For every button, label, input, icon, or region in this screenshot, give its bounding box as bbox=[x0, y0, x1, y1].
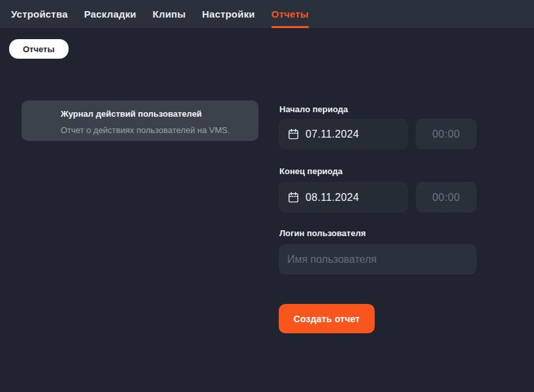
create-report-button-label: Создать отчет bbox=[294, 314, 360, 324]
period-start-label: Начало периода bbox=[279, 104, 348, 115]
nav-tab-settings[interactable]: Настройки bbox=[202, 0, 255, 28]
period-end-row bbox=[279, 182, 477, 213]
nav-tab-label: Настройки bbox=[202, 8, 255, 20]
nav-tab-label: Устройства bbox=[11, 8, 68, 20]
end-time-input[interactable] bbox=[416, 182, 477, 213]
breadcrumb-chip-reports[interactable]: Отчеты bbox=[9, 39, 69, 59]
nav-tab-reports[interactable]: Отчеты bbox=[272, 0, 309, 28]
user-login-label: Логин пользователя bbox=[279, 228, 366, 239]
nav-tab-label: Клипы bbox=[153, 8, 186, 20]
nav-tab-label: Отчеты bbox=[272, 8, 309, 20]
nav-tab-label: Раскладки bbox=[84, 8, 136, 20]
start-date-field[interactable] bbox=[279, 119, 408, 149]
nav-tab-clips[interactable]: Клипы bbox=[153, 0, 186, 28]
period-start-row bbox=[279, 119, 477, 149]
report-card-title: Журнал действий пользователей bbox=[61, 108, 248, 119]
breadcrumb-chip-label: Отчеты bbox=[23, 44, 55, 54]
calendar-icon bbox=[287, 128, 300, 140]
start-date-input[interactable] bbox=[306, 128, 400, 140]
create-report-button[interactable]: Создать отчет bbox=[279, 304, 375, 333]
nav-tab-devices[interactable]: Устройства bbox=[11, 0, 68, 28]
report-type-card-user-actions[interactable]: Журнал действий пользователей Отчет о де… bbox=[22, 100, 259, 141]
calendar-icon bbox=[287, 191, 300, 204]
report-card-description: Отчет о действиях пользователей на VMS. bbox=[61, 125, 248, 136]
end-date-field[interactable] bbox=[279, 182, 408, 213]
nav-tab-layouts[interactable]: Раскладки bbox=[84, 0, 136, 28]
end-date-input[interactable] bbox=[306, 192, 400, 204]
period-end-label: Конец периода bbox=[279, 166, 343, 177]
start-time-input[interactable] bbox=[416, 119, 477, 149]
user-login-input[interactable] bbox=[279, 244, 477, 275]
vms-reports-screen: Устройства Раскладки Клипы Настройки Отч… bbox=[0, 0, 534, 392]
top-navigation: Устройства Раскладки Клипы Настройки Отч… bbox=[0, 0, 534, 28]
active-tab-underline bbox=[272, 26, 309, 28]
